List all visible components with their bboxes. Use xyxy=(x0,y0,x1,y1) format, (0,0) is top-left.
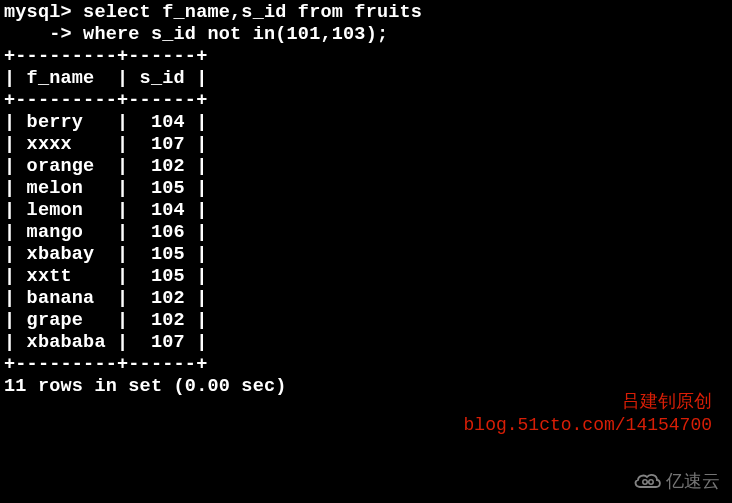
table-border-mid: +---------+------+ xyxy=(4,90,207,111)
table-row: | xbabay | 105 | xyxy=(4,244,207,265)
brand-watermark: 亿速云 xyxy=(632,469,720,493)
table-row: | orange | 102 | xyxy=(4,156,207,177)
query-line-1: select f_name,s_id from fruits xyxy=(72,2,422,23)
status-line: 11 rows in set (0.00 sec) xyxy=(4,376,287,397)
brand-name: 亿速云 xyxy=(666,469,720,493)
author-name: 吕建钊原创 xyxy=(464,389,712,413)
table-row: | banana | 102 | xyxy=(4,288,207,309)
table-border-top: +---------+------+ xyxy=(4,46,207,67)
query-line-2: where s_id not in(101,103); xyxy=(72,24,388,45)
svg-point-0 xyxy=(643,480,647,484)
prompt: mysql> xyxy=(4,2,72,23)
table-row: | grape | 102 | xyxy=(4,310,207,331)
table-row: | xxxx | 107 | xyxy=(4,134,207,155)
table-row: | lemon | 104 | xyxy=(4,200,207,221)
table-row: | xbababa | 107 | xyxy=(4,332,207,353)
table-header: | f_name | s_id | xyxy=(4,68,207,89)
table-border-bottom: +---------+------+ xyxy=(4,354,207,375)
author-watermark: 吕建钊原创 blog.51cto.com/14154700 xyxy=(464,389,712,435)
table-row: | xxtt | 105 | xyxy=(4,266,207,287)
table-row: | melon | 105 | xyxy=(4,178,207,199)
prompt-continuation: -> xyxy=(4,24,72,45)
table-row: | mango | 106 | xyxy=(4,222,207,243)
svg-point-1 xyxy=(649,480,653,484)
cloud-icon xyxy=(632,471,662,491)
table-row: | berry | 104 | xyxy=(4,112,207,133)
author-blog-url: blog.51cto.com/14154700 xyxy=(464,415,712,435)
